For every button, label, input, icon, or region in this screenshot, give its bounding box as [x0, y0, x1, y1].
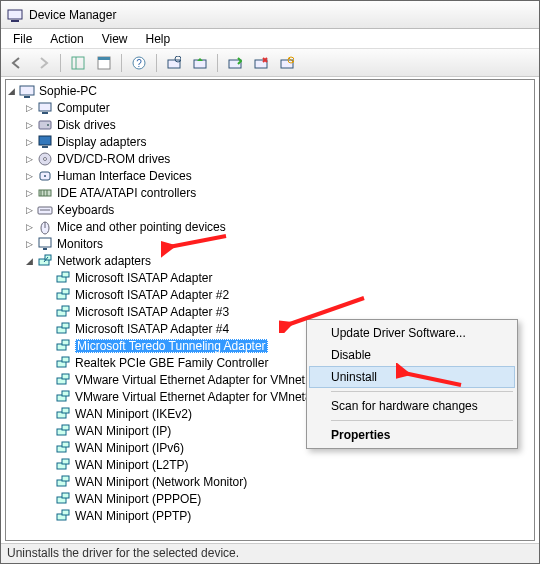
svg-rect-0 [8, 10, 22, 19]
tree-category[interactable]: ▷Monitors [24, 235, 534, 252]
svg-rect-70 [62, 493, 69, 498]
tree-category[interactable]: ▷Mice and other pointing devices [24, 218, 534, 235]
svg-rect-58 [62, 391, 69, 396]
help-button[interactable]: ? [127, 52, 151, 74]
network-adapter-icon [55, 338, 71, 354]
expand-icon[interactable]: ▷ [24, 187, 35, 198]
disk-icon [37, 117, 53, 133]
network-adapter-icon [55, 406, 71, 422]
context-menu-item[interactable]: Update Driver Software... [309, 322, 515, 344]
svg-rect-15 [281, 60, 293, 68]
menu-action[interactable]: Action [42, 30, 91, 48]
tree-device-label: WAN Miniport (PPTP) [75, 509, 191, 523]
tree-category-label: Keyboards [57, 203, 114, 217]
svg-rect-60 [62, 408, 69, 413]
network-adapter-icon [55, 355, 71, 371]
computer-icon [19, 83, 35, 99]
device-tree-panel[interactable]: ◢Sophie-PC▷Computer▷Disk drives▷Display … [5, 79, 535, 541]
expand-icon[interactable]: ▷ [24, 119, 35, 130]
svg-rect-21 [42, 112, 48, 114]
svg-point-29 [44, 175, 46, 177]
mouse-icon [37, 219, 53, 235]
tree-device[interactable]: ▷WAN Miniport (PPPOE) [42, 490, 534, 507]
network-adapter-icon [55, 423, 71, 439]
expand-icon[interactable]: ▷ [24, 170, 35, 181]
expand-icon[interactable]: ▷ [24, 153, 35, 164]
tree-root-node[interactable]: ◢Sophie-PC [6, 82, 534, 99]
tree-category[interactable]: ▷Display adapters [24, 133, 534, 150]
collapse-icon[interactable]: ◢ [6, 85, 17, 96]
toolbar: ? [1, 49, 539, 77]
context-menu-item[interactable]: Properties [309, 424, 515, 446]
svg-rect-25 [42, 146, 48, 148]
expand-icon[interactable]: ▷ [24, 102, 35, 113]
tree-category[interactable]: ▷Keyboards [24, 201, 534, 218]
expand-icon[interactable]: ▷ [24, 136, 35, 147]
svg-rect-68 [62, 476, 69, 481]
network-icon [37, 253, 53, 269]
hid-icon [37, 168, 53, 184]
tree-category-label: Computer [57, 101, 110, 115]
scan-hardware-button[interactable] [162, 52, 186, 74]
tree-category[interactable]: ▷Computer [24, 99, 534, 116]
menubar: File Action View Help [1, 29, 539, 49]
expand-icon[interactable]: ▷ [24, 221, 35, 232]
svg-rect-64 [62, 442, 69, 447]
tree-category[interactable]: ▷DVD/CD-ROM drives [24, 150, 534, 167]
svg-rect-20 [39, 103, 51, 111]
tree-device[interactable]: ▷WAN Miniport (Network Monitor) [42, 473, 534, 490]
window-titlebar: Device Manager [1, 1, 539, 29]
svg-rect-10 [194, 60, 206, 68]
network-adapter-icon [55, 389, 71, 405]
dvd-icon [37, 151, 53, 167]
menu-help[interactable]: Help [138, 30, 179, 48]
context-menu-item[interactable]: Disable [309, 344, 515, 366]
tree-device-label: WAN Miniport (IKEv2) [75, 407, 192, 421]
ide-icon [37, 185, 53, 201]
tree-category[interactable]: ▷IDE ATA/ATAPI controllers [24, 184, 534, 201]
uninstall-button[interactable] [249, 52, 273, 74]
network-adapter-icon [55, 440, 71, 456]
network-adapter-icon [55, 270, 71, 286]
svg-rect-50 [62, 323, 69, 328]
tree-device[interactable]: ▷Microsoft ISATAP Adapter #2 [42, 286, 534, 303]
context-menu-separator [331, 391, 513, 392]
tree-device[interactable]: ▷WAN Miniport (PPTP) [42, 507, 534, 524]
svg-rect-5 [98, 57, 110, 60]
tree-device-label: Microsoft ISATAP Adapter #3 [75, 305, 229, 319]
properties-button[interactable] [92, 52, 116, 74]
tree-category[interactable]: ▷Disk drives [24, 116, 534, 133]
expand-icon[interactable]: ▷ [24, 204, 35, 215]
show-hide-tree-button[interactable] [66, 52, 90, 74]
tree-device[interactable]: ▷Microsoft ISATAP Adapter [42, 269, 534, 286]
svg-rect-38 [39, 238, 51, 247]
svg-rect-1 [11, 20, 19, 22]
svg-rect-56 [62, 374, 69, 379]
window-title: Device Manager [29, 8, 116, 22]
network-adapter-icon [55, 287, 71, 303]
context-menu-item[interactable]: Scan for hardware changes [309, 395, 515, 417]
enable-button[interactable] [223, 52, 247, 74]
tree-category[interactable]: ◢Network adapters [24, 252, 534, 269]
tree-device[interactable]: ▷Microsoft ISATAP Adapter #3 [42, 303, 534, 320]
network-adapter-icon [55, 491, 71, 507]
svg-text:?: ? [136, 58, 142, 69]
tree-category-label: Human Interface Devices [57, 169, 192, 183]
menu-file[interactable]: File [5, 30, 40, 48]
forward-button[interactable] [31, 52, 55, 74]
expand-icon[interactable]: ▷ [24, 238, 35, 249]
update-driver-button[interactable] [188, 52, 212, 74]
tree-category-label: Disk drives [57, 118, 116, 132]
collapse-icon[interactable]: ◢ [24, 255, 35, 266]
svg-rect-39 [43, 248, 47, 250]
tree-category[interactable]: ▷Human Interface Devices [24, 167, 534, 184]
context-menu-item[interactable]: Uninstall [309, 366, 515, 388]
tree-device[interactable]: ▷WAN Miniport (L2TP) [42, 456, 534, 473]
disable-button[interactable] [275, 52, 299, 74]
back-button[interactable] [5, 52, 29, 74]
svg-rect-48 [62, 306, 69, 311]
tree-device-label: WAN Miniport (IP) [75, 424, 171, 438]
tree-category-label: Mice and other pointing devices [57, 220, 226, 234]
tree-device-label: VMware Virtual Ethernet Adapter for VMne… [75, 373, 312, 387]
menu-view[interactable]: View [94, 30, 136, 48]
